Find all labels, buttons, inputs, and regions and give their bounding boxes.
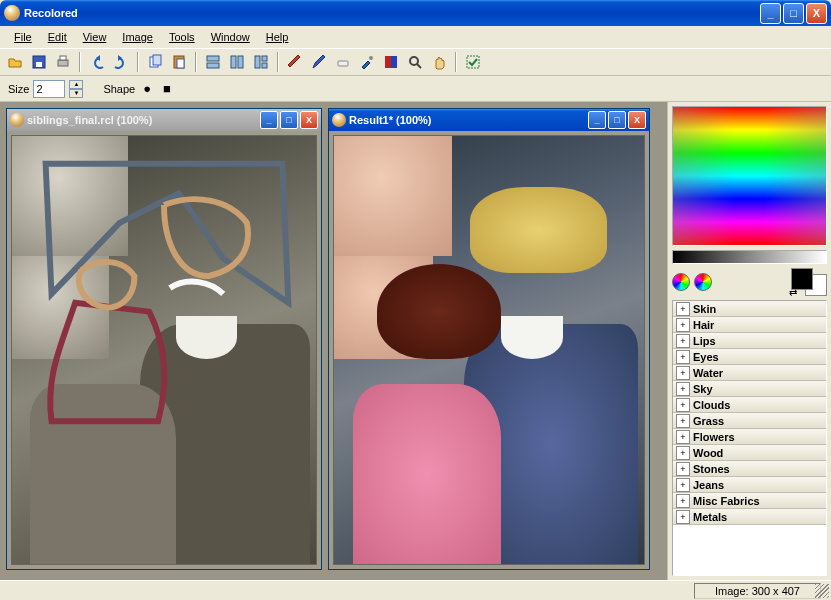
palette-item-stones[interactable]: +Stones <box>673 461 826 477</box>
redo-button[interactable] <box>110 51 132 73</box>
doc2-titlebar[interactable]: Result1* (100%) _ □ X <box>329 109 649 131</box>
palette-item-lips[interactable]: +Lips <box>673 333 826 349</box>
expand-icon[interactable]: + <box>676 398 690 412</box>
expand-icon[interactable]: + <box>676 510 690 524</box>
menu-edit[interactable]: Edit <box>40 29 75 45</box>
eraser-button[interactable] <box>332 51 354 73</box>
minimize-button[interactable]: _ <box>760 3 781 24</box>
palette-item-wood[interactable]: +Wood <box>673 445 826 461</box>
svg-rect-21 <box>467 56 479 68</box>
expand-icon[interactable]: + <box>676 494 690 508</box>
doc1-close-button[interactable]: X <box>300 111 318 129</box>
swatch-group: ⇄ <box>791 268 827 296</box>
palette-item-misc-fabrics[interactable]: +Misc Fabrics <box>673 493 826 509</box>
undo-button[interactable] <box>86 51 108 73</box>
expand-icon[interactable]: + <box>676 382 690 396</box>
doc2-maximize-button[interactable]: □ <box>608 111 626 129</box>
expand-icon[interactable]: + <box>676 430 690 444</box>
palette-label: Grass <box>693 415 724 427</box>
palette-item-hair[interactable]: +Hair <box>673 317 826 333</box>
doc2-icon <box>332 113 346 127</box>
palette-label: Skin <box>693 303 716 315</box>
svg-rect-1 <box>36 62 42 67</box>
colorize-button[interactable] <box>380 51 402 73</box>
expand-icon[interactable]: + <box>676 366 690 380</box>
palette-item-skin[interactable]: +Skin <box>673 301 826 317</box>
expand-icon[interactable]: + <box>676 334 690 348</box>
expand-icon[interactable]: + <box>676 446 690 460</box>
doc2-close-button[interactable]: X <box>628 111 646 129</box>
svg-rect-14 <box>262 63 267 68</box>
resize-grip[interactable] <box>815 584 829 598</box>
menu-image[interactable]: Image <box>114 29 161 45</box>
palette-list[interactable]: +Skin+Hair+Lips+Eyes+Water+Sky+Clouds+Gr… <box>672 300 827 576</box>
expand-icon[interactable]: + <box>676 414 690 428</box>
undo-icon <box>89 54 105 70</box>
doc1-titlebar[interactable]: siblings_final.rcl (100%) _ □ X <box>7 109 321 131</box>
cascade-button[interactable] <box>250 51 272 73</box>
palette-label: Jeans <box>693 479 724 491</box>
hue-wheel-1[interactable] <box>672 273 690 291</box>
copy-button[interactable] <box>144 51 166 73</box>
open-button[interactable] <box>4 51 26 73</box>
menu-tools[interactable]: Tools <box>161 29 203 45</box>
marquee-button[interactable] <box>462 51 484 73</box>
marquee-icon <box>465 54 481 70</box>
tile-vertical-button[interactable] <box>226 51 248 73</box>
document-window-2[interactable]: Result1* (100%) _ □ X <box>328 108 650 570</box>
document-window-1[interactable]: siblings_final.rcl (100%) _ □ X <box>6 108 322 570</box>
save-button[interactable] <box>28 51 50 73</box>
eyedropper-button[interactable] <box>356 51 378 73</box>
shape-square-button[interactable]: ■ <box>159 81 175 96</box>
doc1-canvas[interactable] <box>7 131 321 569</box>
foreground-swatch[interactable] <box>791 268 813 290</box>
paste-button[interactable] <box>168 51 190 73</box>
palette-item-eyes[interactable]: +Eyes <box>673 349 826 365</box>
doc2-title: Result1* (100%) <box>349 114 586 126</box>
menu-file[interactable]: File <box>6 29 40 45</box>
palette-item-flowers[interactable]: +Flowers <box>673 429 826 445</box>
print-button[interactable] <box>52 51 74 73</box>
hand-button[interactable] <box>428 51 450 73</box>
palette-item-water[interactable]: +Water <box>673 365 826 381</box>
svg-rect-9 <box>207 63 219 68</box>
eyedropper-icon <box>359 54 375 70</box>
palette-item-clouds[interactable]: +Clouds <box>673 397 826 413</box>
maximize-button[interactable]: □ <box>783 3 804 24</box>
svg-rect-11 <box>238 56 243 68</box>
doc1-maximize-button[interactable]: □ <box>280 111 298 129</box>
zoom-button[interactable] <box>404 51 426 73</box>
palette-item-grass[interactable]: +Grass <box>673 413 826 429</box>
size-input[interactable] <box>33 80 65 98</box>
palette-item-jeans[interactable]: +Jeans <box>673 477 826 493</box>
expand-icon[interactable]: + <box>676 462 690 476</box>
doc1-minimize-button[interactable]: _ <box>260 111 278 129</box>
toolbar <box>0 48 831 76</box>
pencil-button[interactable] <box>308 51 330 73</box>
palette-item-metals[interactable]: +Metals <box>673 509 826 525</box>
expand-icon[interactable]: + <box>676 478 690 492</box>
shape-round-button[interactable]: ● <box>139 81 155 96</box>
palette-item-sky[interactable]: +Sky <box>673 381 826 397</box>
palette-label: Flowers <box>693 431 735 443</box>
brush-button[interactable] <box>284 51 306 73</box>
app-icon <box>4 5 20 21</box>
expand-icon[interactable]: + <box>676 350 690 364</box>
expand-icon[interactable]: + <box>676 318 690 332</box>
doc1-icon <box>10 113 24 127</box>
color-spectrum[interactable] <box>672 106 827 246</box>
brush-icon <box>287 54 303 70</box>
close-button[interactable]: X <box>806 3 827 24</box>
hue-wheel-2[interactable] <box>694 273 712 291</box>
tile-horizontal-button[interactable] <box>202 51 224 73</box>
size-spinner[interactable]: ▲▼ <box>69 80 83 98</box>
menu-view[interactable]: View <box>75 29 115 45</box>
doc2-canvas[interactable] <box>329 131 649 569</box>
menu-help[interactable]: Help <box>258 29 297 45</box>
hand-icon <box>431 54 447 70</box>
menu-window[interactable]: Window <box>203 29 258 45</box>
doc2-minimize-button[interactable]: _ <box>588 111 606 129</box>
pencil-icon <box>311 54 327 70</box>
expand-icon[interactable]: + <box>676 302 690 316</box>
shade-strip[interactable] <box>672 250 827 264</box>
